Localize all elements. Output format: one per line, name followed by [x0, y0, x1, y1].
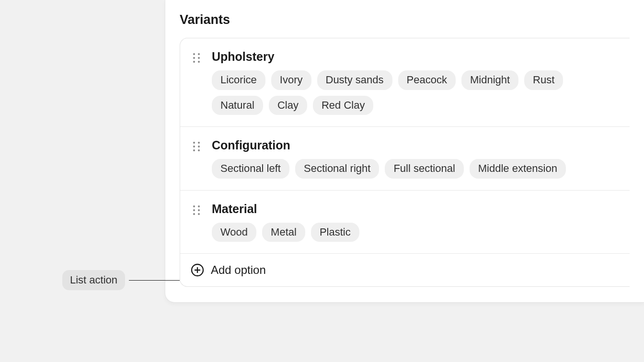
variants-card: Variants Upholstery Licorice Ivory Dusty… — [165, 0, 644, 303]
svg-point-10 — [193, 149, 195, 151]
option-row-material[interactable]: Material Wood Metal Plastic — [180, 191, 630, 254]
svg-point-3 — [198, 57, 200, 59]
tag[interactable]: Red Clay — [313, 96, 373, 115]
svg-point-1 — [198, 53, 200, 55]
svg-point-6 — [193, 142, 195, 144]
option-values: Wood Metal Plastic — [212, 223, 615, 242]
tag[interactable]: Midnight — [461, 70, 518, 90]
tag[interactable]: Dusty sands — [317, 70, 392, 90]
tag[interactable]: Wood — [212, 223, 256, 242]
add-option-label: Add option — [211, 263, 266, 277]
tag[interactable]: Full sectional — [385, 159, 463, 179]
options-panel: Upholstery Licorice Ivory Dusty sands Pe… — [180, 38, 630, 287]
tag[interactable]: Clay — [269, 96, 307, 115]
tag[interactable]: Peacock — [398, 70, 456, 90]
svg-point-17 — [198, 213, 200, 215]
svg-point-12 — [193, 205, 195, 207]
add-option-button[interactable]: Add option — [180, 254, 630, 286]
annotation-list-action: List action — [62, 270, 180, 290]
option-content: Material Wood Metal Plastic — [212, 202, 615, 242]
svg-point-8 — [193, 146, 195, 147]
tag[interactable]: Metal — [262, 223, 305, 242]
svg-point-2 — [193, 57, 195, 59]
drag-handle-icon[interactable] — [193, 141, 202, 152]
option-content: Configuration Sectional left Sectional r… — [212, 138, 615, 179]
tag[interactable]: Natural — [212, 96, 263, 115]
tag[interactable]: Sectional left — [212, 159, 289, 179]
svg-point-14 — [193, 209, 195, 211]
svg-point-13 — [198, 205, 200, 207]
option-row-upholstery[interactable]: Upholstery Licorice Ivory Dusty sands Pe… — [180, 38, 630, 127]
svg-point-7 — [198, 142, 200, 144]
svg-point-0 — [193, 53, 195, 55]
option-name: Configuration — [212, 138, 615, 152]
tag[interactable]: Ivory — [271, 70, 311, 90]
drag-handle-icon[interactable] — [193, 53, 202, 63]
plus-circle-icon — [191, 263, 204, 277]
option-content: Upholstery Licorice Ivory Dusty sands Pe… — [212, 50, 615, 115]
option-name: Upholstery — [212, 50, 615, 64]
option-values: Licorice Ivory Dusty sands Peacock Midni… — [212, 70, 615, 115]
svg-point-15 — [198, 209, 200, 211]
tag[interactable]: Rust — [524, 70, 563, 90]
annotation-connector-line — [129, 280, 180, 281]
annotation-label: List action — [62, 270, 125, 290]
svg-point-11 — [198, 149, 200, 151]
option-name: Material — [212, 202, 615, 216]
drag-handle-icon[interactable] — [193, 205, 202, 215]
svg-point-16 — [193, 213, 195, 215]
option-row-configuration[interactable]: Configuration Sectional left Sectional r… — [180, 127, 630, 191]
section-title: Variants — [165, 0, 644, 38]
svg-point-4 — [193, 61, 195, 63]
svg-point-9 — [198, 146, 200, 147]
tag[interactable]: Licorice — [212, 70, 265, 90]
svg-point-5 — [198, 61, 200, 63]
tag[interactable]: Middle extension — [470, 159, 566, 179]
option-values: Sectional left Sectional right Full sect… — [212, 159, 615, 179]
tag[interactable]: Sectional right — [295, 159, 379, 179]
tag[interactable]: Plastic — [311, 223, 359, 242]
